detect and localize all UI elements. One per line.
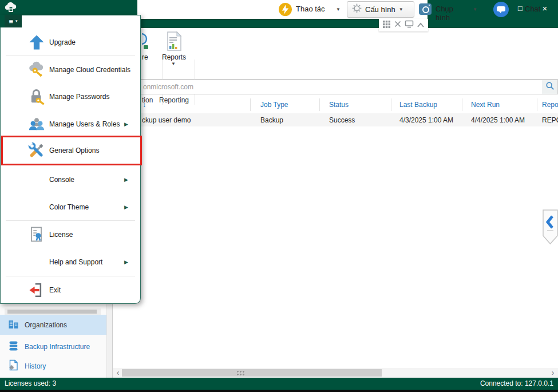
- menu-item-label: Manage Cloud Credentials: [49, 66, 130, 74]
- menu-item-manage-users-roles[interactable]: Manage Users & Roles ▶: [1, 112, 140, 136]
- name-column-sort-icon[interactable]: ↓: [143, 101, 146, 109]
- column-header-last-backup[interactable]: Last Backup: [399, 101, 437, 109]
- hamburger-icon: ≡: [9, 17, 13, 26]
- config-button[interactable]: Cấu hình ▼: [347, 1, 414, 18]
- highlight-box-general-options: [1, 136, 142, 165]
- cell-job-type: Backup: [260, 116, 283, 124]
- navigation-vertical-scrollbar[interactable]: [106, 304, 112, 378]
- history-icon: [7, 359, 19, 373]
- scroll-right-arrow[interactable]: ›: [549, 368, 557, 378]
- chat-icon: [493, 2, 509, 17]
- users-roles-icon: [27, 115, 46, 133]
- menu-item-color-theme[interactable]: Color Theme ▶: [1, 195, 140, 219]
- menu-item-label: Color Theme: [49, 203, 89, 211]
- organizations-icon: [7, 318, 19, 332]
- column-header-repository[interactable]: Repo: [542, 101, 558, 109]
- cloud-credentials-icon: [27, 61, 46, 79]
- resize-icon[interactable]: [394, 20, 402, 30]
- cell-repository: REPO: [542, 116, 558, 124]
- scroll-left-arrow[interactable]: ‹: [114, 368, 122, 378]
- screen-edge-strip: [0, 390, 558, 392]
- column-header-status[interactable]: Status: [329, 101, 349, 109]
- reports-icon: [165, 31, 183, 54]
- reports-button[interactable]: Reports: [162, 53, 186, 61]
- passwords-lock-icon: [27, 88, 46, 106]
- config-dropdown-caret: ▼: [399, 7, 403, 12]
- connected-to-status: Connected to: 127.0.0.1: [480, 379, 553, 387]
- menu-item-exit[interactable]: Exit: [1, 278, 140, 302]
- menu-item-label: Exit: [49, 286, 61, 294]
- menu-item-label: License: [49, 231, 73, 239]
- cell-job-name: ckup user demo: [142, 116, 191, 124]
- sidebar-item-organizations[interactable]: Organizations: [0, 315, 106, 335]
- search-button[interactable]: [542, 80, 557, 94]
- capture-button[interactable]: Chụp hình: [436, 5, 453, 22]
- config-button-label: Cấu hình: [365, 5, 395, 14]
- search-value: onmicrosoft.com: [143, 83, 193, 91]
- search-input[interactable]: onmicrosoft.com: [112, 80, 558, 94]
- submenu-arrow-icon: ▶: [124, 204, 128, 210]
- menu-item-label: Manage Passwords: [49, 93, 109, 101]
- menu-item-label: Upgrade: [49, 38, 76, 46]
- sidebar-item-label: Organizations: [25, 321, 67, 329]
- menu-item-manage-passwords[interactable]: Manage Passwords: [1, 85, 140, 109]
- submenu-arrow-icon: ▶: [124, 177, 128, 183]
- monitor-icon[interactable]: [405, 20, 414, 30]
- column-header-job-type[interactable]: Job Type: [260, 101, 288, 109]
- partial-explore-button[interactable]: re: [142, 53, 148, 61]
- camera-icon: [419, 3, 432, 15]
- license-icon: [27, 225, 46, 244]
- chat-button[interactable]: Chat: [525, 5, 540, 13]
- sidebar-item-history[interactable]: History: [0, 357, 106, 375]
- reports-dropdown-caret[interactable]: ▼: [171, 61, 176, 66]
- cell-next-run: 4/4/2025 1:00 AM: [471, 116, 525, 124]
- menu-item-help-and-support[interactable]: Help and Support ▶: [1, 250, 140, 274]
- actions-button[interactable]: Thao tác: [296, 5, 325, 13]
- panel-separator: [112, 304, 113, 378]
- content-horizontal-scrollbar[interactable]: ‹ ›: [113, 368, 558, 378]
- capture-dropdown-caret[interactable]: ▼: [473, 7, 477, 12]
- sidebar-item-label: History: [25, 362, 46, 370]
- app-logo-icon: [5, 2, 17, 15]
- submenu-arrow-icon: ▶: [124, 259, 128, 265]
- column-header-next-run[interactable]: Next Run: [471, 101, 500, 109]
- menu-item-manage-cloud-credentials[interactable]: Manage Cloud Credentials: [1, 58, 140, 82]
- menu-separator: [6, 220, 135, 221]
- column-divider: [250, 98, 251, 111]
- menu-item-upgrade[interactable]: Upgrade: [1, 30, 140, 54]
- status-bar: Licenses used: 3 Connected to: 127.0.0.1: [0, 378, 558, 390]
- column-divider: [537, 98, 537, 111]
- main-menu-button[interactable]: ≡ ▾: [5, 15, 22, 27]
- upgrade-arrow-icon: [27, 33, 46, 52]
- menu-item-console[interactable]: Console ▶: [1, 168, 140, 192]
- reporting-group-label: Reporting: [159, 96, 189, 104]
- grid-icon[interactable]: [382, 20, 391, 31]
- search-icon: [545, 81, 555, 93]
- sidebar-item-backup-infrastructure[interactable]: Backup Infrastructure: [0, 338, 106, 356]
- veeam-console-window: – □ × Thao tác ▼ Cấu hình: [0, 0, 558, 392]
- column-divider: [319, 98, 320, 111]
- backup-infrastructure-icon: [7, 340, 19, 354]
- collapse-up-icon[interactable]: [417, 20, 425, 30]
- menu-item-license[interactable]: License: [1, 223, 140, 247]
- menu-item-label: Help and Support: [49, 258, 102, 266]
- tree-horizontal-scrollbar[interactable]: [5, 308, 101, 315]
- titlebar-patch: [0, 15, 5, 27]
- cell-status: Success: [329, 116, 355, 124]
- scrollbar-thumb[interactable]: [7, 310, 97, 314]
- scrollbar-grip-dots: [236, 370, 244, 375]
- exit-door-icon: [27, 281, 46, 299]
- capture-mini-toolbar: [379, 19, 428, 31]
- partial-explore-icon: [142, 31, 151, 52]
- actions-dropdown-caret[interactable]: ▼: [336, 7, 341, 12]
- gear-icon: [352, 3, 362, 15]
- column-divider: [391, 98, 391, 111]
- side-panel-flyout-tab[interactable]: [543, 209, 558, 248]
- navigation-panel: Organizations Backup Infrastructure: [0, 304, 112, 378]
- menu-separator: [6, 56, 135, 56]
- capture-toolbar: Thao tác ▼ Cấu hình ▼ Chụp hình ▼: [137, 0, 428, 19]
- scrollbar-thumb[interactable]: [122, 369, 382, 377]
- sidebar-item-label: Backup Infrastructure: [25, 343, 90, 351]
- licenses-used-status: Licenses used: 3: [5, 379, 56, 387]
- column-divider: [462, 98, 462, 111]
